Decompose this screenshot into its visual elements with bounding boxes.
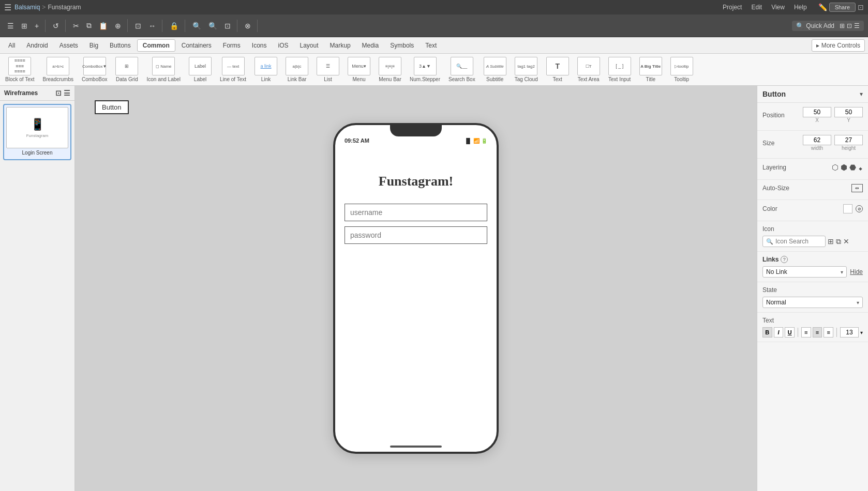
export-icon[interactable]: ⊗ bbox=[242, 20, 254, 32]
bold-button[interactable]: B bbox=[762, 327, 772, 337]
comp-subtitle[interactable]: A Subtitle Subtitle bbox=[482, 56, 508, 83]
paste-icon[interactable]: 📋 bbox=[96, 20, 111, 32]
comp-text-input[interactable]: [ _ ] Text Input bbox=[606, 56, 633, 83]
comp-breadcrumbs[interactable]: a>b>c Breadcrumbs bbox=[41, 56, 76, 83]
comp-icon-and-label[interactable]: ◻ Name Icon and Label bbox=[144, 56, 183, 83]
comp-link[interactable]: a link Link bbox=[252, 56, 279, 83]
position-y-input[interactable] bbox=[834, 107, 863, 117]
fit-icon[interactable]: ⊡ bbox=[221, 20, 234, 32]
hamburger-toolbar-icon[interactable]: ☰ bbox=[4, 20, 17, 32]
color-reset-icon[interactable]: ⊘ bbox=[856, 205, 863, 212]
icon-copy-icon[interactable]: ⧉ bbox=[836, 237, 841, 246]
layer-backward-icon[interactable]: ⬣ bbox=[849, 163, 856, 172]
comp-title[interactable]: A Big Title Title bbox=[637, 56, 664, 83]
font-size-arrow[interactable]: ▾ bbox=[860, 330, 863, 335]
layer-forward-icon[interactable]: ⬢ bbox=[841, 163, 847, 172]
tab-markup[interactable]: Markup bbox=[325, 40, 356, 51]
window-icon[interactable]: ⊡ bbox=[858, 3, 864, 11]
tab-common[interactable]: Common bbox=[137, 39, 175, 52]
more-controls-button[interactable]: ▸ More Controls bbox=[812, 39, 865, 52]
menu-project[interactable]: Project bbox=[723, 4, 742, 11]
color-swatch[interactable] bbox=[843, 204, 852, 213]
position-x-input[interactable] bbox=[803, 107, 831, 117]
share-button[interactable]: Share bbox=[829, 3, 856, 12]
comp-block-of-text[interactable]: ≡≡≡≡≡≡≡≡≡≡≡ Block of Text bbox=[3, 56, 37, 83]
state-select[interactable]: Normal ▾ bbox=[762, 297, 863, 308]
align-right-button[interactable]: ≡ bbox=[824, 327, 833, 337]
panel-collapse-icon[interactable]: ▾ bbox=[860, 90, 863, 98]
comp-link-bar[interactable]: a|b|c Link Bar bbox=[283, 56, 310, 83]
sidebar-list-icon[interactable]: ☰ bbox=[64, 89, 70, 97]
username-input[interactable] bbox=[345, 204, 487, 221]
cut-icon[interactable]: ✂ bbox=[70, 20, 82, 32]
tab-text[interactable]: Text bbox=[420, 40, 442, 51]
align-left-button[interactable]: ≡ bbox=[801, 327, 811, 337]
copy-icon[interactable]: ⧉ bbox=[83, 19, 95, 32]
password-input[interactable] bbox=[345, 226, 487, 244]
comp-menu-bar[interactable]: ≡|≡|≡ Menu Bar bbox=[377, 56, 403, 83]
no-link-select[interactable]: No Link ▾ bbox=[762, 266, 847, 278]
comp-text[interactable]: T Text bbox=[544, 56, 571, 83]
font-size-input[interactable] bbox=[840, 327, 859, 337]
comp-tooltip[interactable]: ▷tooltip Tooltip bbox=[668, 56, 695, 83]
clone-icon[interactable]: ⊕ bbox=[112, 20, 124, 32]
tab-forms[interactable]: Forms bbox=[218, 40, 246, 51]
italic-button[interactable]: I bbox=[774, 327, 784, 337]
comp-list[interactable]: ☰ List bbox=[315, 56, 341, 83]
zoom-out-icon[interactable]: 🔍 bbox=[189, 20, 204, 32]
menu-help[interactable]: Help bbox=[794, 4, 807, 11]
layer-back-icon[interactable]: ⬥ bbox=[858, 163, 863, 172]
tab-buttons[interactable]: Buttons bbox=[104, 40, 136, 51]
underline-button[interactable]: U bbox=[785, 327, 795, 337]
project-name[interactable]: Funstagram bbox=[48, 4, 81, 11]
comp-combobox[interactable]: ComboBox▼ ComboBox bbox=[80, 56, 109, 83]
tab-symbols[interactable]: Symbols bbox=[385, 40, 419, 51]
comp-data-grid[interactable]: ⊞ Data Grid bbox=[113, 56, 140, 83]
hide-button[interactable]: Hide bbox=[850, 268, 863, 275]
color-picker[interactable]: ⊘ bbox=[843, 204, 863, 213]
sidebar-view-icon[interactable]: ⊡ bbox=[55, 89, 62, 97]
tab-media[interactable]: Media bbox=[357, 40, 384, 51]
grid-icon[interactable]: ⊞ bbox=[18, 20, 31, 32]
menu-view[interactable]: View bbox=[771, 4, 785, 11]
crop-icon[interactable]: ⊡ bbox=[132, 20, 144, 32]
comp-tag-cloud[interactable]: tag1 tag2 Tag Cloud bbox=[513, 56, 540, 83]
tab-containers[interactable]: Containers bbox=[176, 40, 217, 51]
comp-num-stepper[interactable]: 3▲▼ Num.Stepper bbox=[408, 56, 442, 83]
app-name[interactable]: Balsamiq bbox=[14, 4, 40, 11]
comp-menu[interactable]: Menu▾ Menu bbox=[346, 56, 372, 83]
tab-big[interactable]: Big bbox=[84, 40, 103, 51]
tab-ios[interactable]: iOS bbox=[273, 40, 294, 51]
tab-icons[interactable]: Icons bbox=[247, 40, 272, 51]
icon-clear-icon[interactable]: ✕ bbox=[843, 237, 849, 246]
comp-search-box[interactable]: 🔍__ Search Box bbox=[446, 56, 477, 83]
tab-layout[interactable]: Layout bbox=[295, 40, 324, 51]
edit-icon[interactable]: ✏️ bbox=[818, 3, 827, 11]
phone-content: Funstagram! bbox=[335, 151, 497, 441]
autosize-button[interactable]: ⇔ bbox=[851, 184, 863, 192]
undo-button[interactable]: ↺ bbox=[50, 20, 62, 32]
size-width-input[interactable] bbox=[803, 135, 831, 145]
scale-icon[interactable]: ↔ bbox=[145, 20, 159, 32]
comp-line-of-text[interactable]: — text Line of Text bbox=[218, 56, 248, 83]
zoom-in-icon[interactable]: 🔍 bbox=[205, 20, 220, 32]
canvas-button[interactable]: Button bbox=[95, 100, 129, 114]
links-help-icon[interactable]: ? bbox=[781, 256, 788, 263]
size-height-input[interactable] bbox=[834, 135, 863, 145]
tab-android[interactable]: Android bbox=[21, 40, 53, 51]
canvas[interactable]: Button 09:52 AM ▐▌ 📶 🔋 Funstagram! bbox=[75, 86, 757, 491]
login-screen-wireframe[interactable]: 📱 Funstagram Login Screen bbox=[3, 104, 71, 160]
icon-search-input[interactable] bbox=[775, 238, 822, 245]
hamburger-icon[interactable]: ☰ bbox=[4, 3, 11, 12]
comp-text-area[interactable]: ☐T Text Area bbox=[575, 56, 602, 83]
align-center-button[interactable]: ≡ bbox=[813, 327, 822, 337]
add-icon[interactable]: + bbox=[32, 20, 42, 32]
quick-add-button[interactable]: 🔍 Quick Add ⊞⊡☰ bbox=[792, 21, 864, 31]
comp-label[interactable]: Label Label bbox=[187, 56, 214, 83]
tab-all[interactable]: All bbox=[3, 40, 20, 51]
tab-assets[interactable]: Assets bbox=[54, 40, 83, 51]
icon-browse-icon[interactable]: ⊞ bbox=[828, 237, 834, 246]
layer-front-icon[interactable]: ⬡ bbox=[832, 163, 839, 172]
menu-edit[interactable]: Edit bbox=[751, 4, 762, 11]
lock-icon[interactable]: 🔒 bbox=[167, 20, 182, 32]
